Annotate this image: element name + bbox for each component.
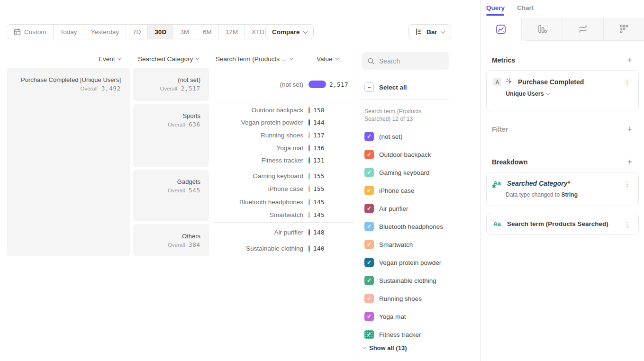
legend-item-sustainable-clothing[interactable]: ✓Sustainable clothing <box>364 271 475 289</box>
value-bar[interactable] <box>308 199 310 205</box>
tab-chart[interactable]: Chart <box>517 4 534 11</box>
value-bar[interactable] <box>308 132 310 138</box>
report-type-retention[interactable] <box>604 18 644 41</box>
value-bar[interactable] <box>308 157 310 163</box>
metric-aggregation-dropdown[interactable]: Unique Users <box>487 86 638 97</box>
add-filter-button[interactable]: + <box>625 125 635 134</box>
category-block-gadgets[interactable]: GadgetsOverall545 <box>133 170 209 221</box>
series-checkbox[interactable]: ✓ <box>364 204 374 213</box>
series-label: Fitness tracker <box>379 331 421 338</box>
column-header-event[interactable]: Event <box>99 55 121 63</box>
legend-item-running-shoes[interactable]: ✓Running shoes <box>364 289 475 307</box>
date-range-7d[interactable]: 7D <box>126 25 147 39</box>
breakdown-kebab-menu[interactable]: ⋮ <box>622 220 633 230</box>
term-row-vegan-protein-powder[interactable]: Vegan protein powder144 <box>213 117 354 129</box>
term-row-sustainable-clothing[interactable]: Sustainable clothing140 <box>213 240 354 256</box>
legend-item-not-set[interactable]: ✓(not set) <box>364 127 475 145</box>
column-header-searched-category[interactable]: Searched Category <box>138 55 199 63</box>
tab-query[interactable]: Query <box>486 4 505 11</box>
legend-item-gaming-keyboard[interactable]: ✓Gaming keyboard <box>364 163 475 181</box>
overall-label: Overall <box>168 122 185 127</box>
chart-type-button[interactable]: Bar <box>408 24 451 39</box>
series-checkbox[interactable]: ✓ <box>364 240 374 249</box>
series-checkbox[interactable]: ✓ <box>364 258 374 267</box>
breakdown-kebab-menu[interactable]: ⋮ <box>622 179 633 190</box>
term-row-yoga-mat[interactable]: Yoga mat136 <box>213 142 354 154</box>
show-all-link[interactable]: Show all (13) <box>363 344 407 352</box>
value-bar[interactable] <box>308 107 310 113</box>
report-type-insights[interactable] <box>481 18 522 41</box>
legend-item-fitness-tracker[interactable]: ✓Fitness tracker <box>364 325 475 343</box>
filter-heading: Filter <box>492 126 508 133</box>
series-checkbox[interactable]: ✓ <box>364 294 374 303</box>
metric-card[interactable]: A Purchase Completed ⋮ Unique Users <box>486 70 639 111</box>
toolbar: CustomTodayYesterday7D30D3M6M12MXTD Comp… <box>0 24 480 39</box>
term-row-gaming-keyboard[interactable]: Gaming keyboard155 <box>213 170 354 182</box>
series-checkbox[interactable]: ✓ <box>364 132 374 141</box>
legend-item-bluetooth-headphones[interactable]: ✓Bluetooth headphones <box>364 217 475 235</box>
series-checkbox[interactable]: ✓ <box>364 168 374 177</box>
value-bar[interactable] <box>308 145 310 151</box>
legend-divider <box>362 99 449 100</box>
date-range-30d[interactable]: 30D <box>147 25 173 39</box>
chevron-down-icon <box>196 57 199 60</box>
date-range-6m[interactable]: 6M <box>196 25 218 39</box>
term-row-smartwatch[interactable]: Smartwatch145 <box>213 208 354 221</box>
category-block-not-set[interactable]: (not set)Overall2,517 <box>133 68 209 101</box>
value-bar[interactable] <box>308 229 310 235</box>
event-block-purchase-completed[interactable]: Purchase Completed [Unique Users] Overal… <box>7 68 130 256</box>
column-header-search-term[interactable]: Search term (Products ... <box>216 55 292 63</box>
value-bar[interactable] <box>308 186 310 192</box>
compare-button[interactable]: Compare <box>265 24 314 39</box>
breakdown-card-search-term[interactable]: Aa Search term (Products Searched) ⋮ <box>486 213 639 235</box>
series-checkbox[interactable]: ✓ <box>364 150 374 159</box>
legend-item-yoga-mat[interactable]: ✓Yoga mat <box>364 307 475 325</box>
report-type-funnels[interactable] <box>522 18 563 41</box>
value-bar[interactable] <box>308 119 310 126</box>
select-all-checkbox[interactable]: – <box>364 82 374 92</box>
add-breakdown-button[interactable]: + <box>625 157 635 167</box>
date-range-label: XTD <box>252 28 264 36</box>
series-checkbox[interactable]: ✓ <box>364 276 374 285</box>
report-type-flows[interactable] <box>563 18 604 41</box>
legend-item-outdoor-backpack[interactable]: ✓Outdoor backpack <box>364 145 475 163</box>
breakdown-card-searched-category[interactable]: Aa✱ Searched Category* ⋮ Data type chang… <box>486 172 639 206</box>
add-metric-button[interactable]: + <box>625 55 635 65</box>
metric-kebab-menu[interactable]: ⋮ <box>622 77 633 88</box>
value-bar[interactable] <box>308 173 310 179</box>
value-bar[interactable] <box>308 81 326 88</box>
metric-title: Purchase Completed <box>518 78 584 86</box>
series-checkbox[interactable]: ✓ <box>364 222 374 231</box>
legend-search-box[interactable] <box>362 52 449 70</box>
date-range-12m[interactable]: 12M <box>218 25 245 39</box>
legend-item-vegan-protein-powder[interactable]: ✓Vegan protein powder <box>364 253 475 271</box>
category-block-sports[interactable]: SportsOverall636 <box>133 104 209 167</box>
legend-item-smartwatch[interactable]: ✓Smartwatch <box>364 235 475 253</box>
term-row-running-shoes[interactable]: Running shoes137 <box>213 129 354 142</box>
metrics-heading: Metrics <box>492 56 515 64</box>
date-range-today[interactable]: Today <box>53 25 84 39</box>
term-row-not-set[interactable]: (not set)2,517 <box>213 68 354 101</box>
term-row-bluetooth-headphones[interactable]: Bluetooth headphones145 <box>213 196 354 208</box>
term-row-fitness-tracker[interactable]: Fitness tracker131 <box>213 154 354 167</box>
series-checkbox[interactable]: ✓ <box>364 330 374 339</box>
legend-item-iphone-case[interactable]: ✓iPhone case <box>364 181 475 199</box>
date-range-custom[interactable]: Custom <box>7 25 53 39</box>
category-block-others[interactable]: OthersOverall384 <box>133 224 209 256</box>
note-prefix: Data type changed to <box>506 191 561 198</box>
series-checkbox[interactable]: ✓ <box>364 186 374 195</box>
chevron-down-icon <box>363 346 366 349</box>
legend-item-air-purifier[interactable]: ✓Air purifier <box>364 199 475 217</box>
date-range-3m[interactable]: 3M <box>173 25 196 39</box>
select-all-row[interactable]: – Select all <box>364 82 407 92</box>
date-range-yesterday[interactable]: Yesterday <box>84 25 126 39</box>
term-row-outdoor-backpack[interactable]: Outdoor backpack158 <box>213 104 354 117</box>
series-checkbox[interactable]: ✓ <box>364 312 374 321</box>
legend-search-input[interactable] <box>379 57 441 65</box>
compare-label: Compare <box>272 28 300 36</box>
value-bar[interactable] <box>308 212 310 218</box>
term-row-air-purifier[interactable]: Air purifier148 <box>213 224 354 240</box>
column-header-value[interactable]: Value <box>317 55 338 63</box>
term-row-iphone-case[interactable]: iPhone case155 <box>213 182 354 195</box>
value-bar[interactable] <box>308 245 310 252</box>
